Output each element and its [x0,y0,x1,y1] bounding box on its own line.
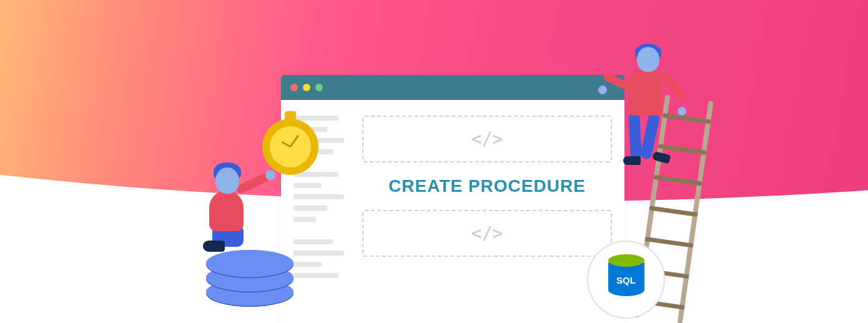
person-right-illustration [593,47,706,209]
window-content: </> CREATE PROCEDURE </> [362,116,612,309]
code-icon: </> [471,223,503,244]
window-minimize-dot [303,84,310,91]
sql-badge-label: SQL [608,275,644,286]
placeholder-line [293,194,344,199]
code-icon: </> [471,129,503,149]
window-maximize-dot [315,84,323,91]
window-close-dot [290,84,298,91]
placeholder-line [293,273,338,278]
window-body: </> CREATE PROCEDURE </> [281,100,624,323]
browser-window-illustration: </> CREATE PROCEDURE </> [281,75,624,323]
placeholder-line [293,251,344,256]
window-title-bar [281,75,624,100]
headline-text: CREATE PROCEDURE [362,176,612,196]
database-stack-icon [206,250,293,307]
code-block-bottom: </> [362,210,612,257]
code-block-top: </> [362,116,612,162]
sql-server-badge: SQL [587,241,665,319]
